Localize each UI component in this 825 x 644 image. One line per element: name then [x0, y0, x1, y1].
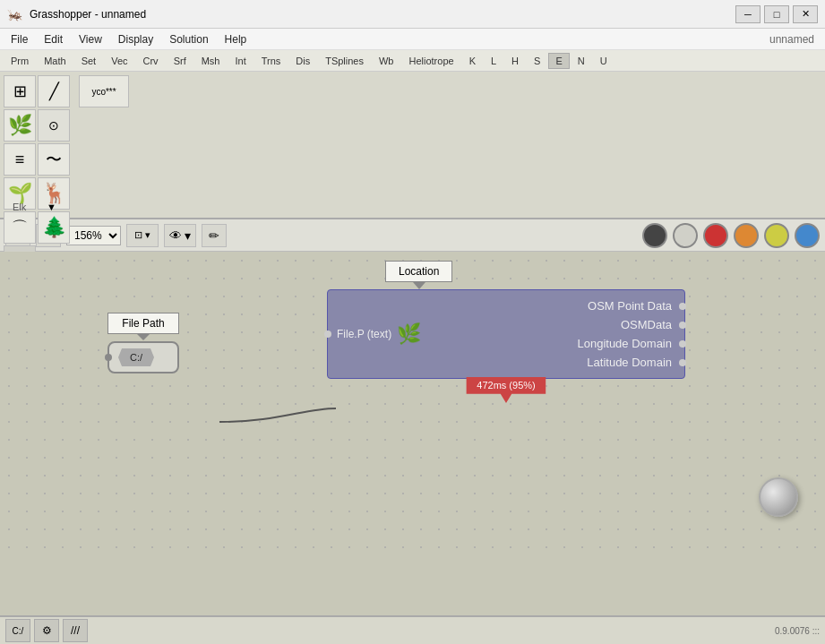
output-row-2: Longitude Domain [498, 337, 674, 350]
sphere-red[interactable] [703, 223, 728, 248]
tab-s[interactable]: S [527, 53, 547, 69]
tab-vec[interactable]: Vec [104, 53, 134, 69]
location-outputs: OSM Point Data OSMData Longitude Domain … [498, 299, 674, 369]
filepath-body[interactable]: C:/ [107, 341, 179, 374]
comp-icon-wave[interactable]: 〜 [38, 143, 70, 176]
comp-icon-curve[interactable]: ⌒ [4, 211, 36, 244]
menu-app-name: unnamed [769, 33, 821, 46]
tab-heliotrope[interactable]: Heliotrope [401, 53, 460, 69]
comp-icon-lines[interactable]: ≡ [4, 143, 36, 176]
comp-icon-hatch[interactable]: ╱ [38, 75, 70, 107]
bottom-icon-gear[interactable]: ⚙ [34, 619, 59, 642]
location-label: Location [385, 261, 452, 282]
close-button[interactable]: ✕ [793, 5, 818, 23]
timer-badge: 472ms (95%) [466, 377, 546, 403]
tab-k[interactable]: K [462, 53, 483, 69]
titlebar-controls: ─ □ ✕ [735, 5, 818, 23]
tab-srf[interactable]: Srf [167, 53, 193, 69]
panel-label-elk: Elk [13, 202, 26, 212]
output-row-0: OSM Point Data [498, 299, 674, 313]
view-button[interactable]: 👁 ▾ [164, 224, 196, 247]
output-connector-3 [679, 359, 686, 366]
output-connector-0 [679, 303, 686, 310]
comp-group-2: yco*** [79, 75, 150, 214]
tab-l[interactable]: L [484, 53, 503, 69]
node-filepath[interactable]: File Path C:/ [107, 313, 179, 374]
output-connector-1 [679, 322, 686, 329]
location-inputs: File.P (text) 🌿 [337, 322, 421, 346]
panel-expand[interactable]: ▼ [47, 202, 56, 212]
bottom-panel: C:/ ⚙ /// 0.9.0076 ::: [0, 615, 825, 644]
comp-icon-tree3[interactable]: 🌲 [38, 211, 70, 244]
menu-edit[interactable]: Edit [37, 31, 70, 47]
tab-tsplines[interactable]: TSplines [318, 53, 371, 69]
app-icon: 🦗 [7, 7, 22, 21]
node-location[interactable]: Location File.P (text) 🌿 OSM Point Data [327, 261, 685, 379]
tab-h[interactable]: H [504, 53, 526, 69]
input-label: File.P (text) [337, 328, 391, 340]
zoom-select[interactable]: 50% 75% 100% 125% 156% 200% [66, 226, 121, 245]
menu-solution[interactable]: Solution [162, 31, 215, 47]
draw-button[interactable]: ✏ [202, 224, 227, 247]
tab-msh[interactable]: Msh [194, 53, 228, 69]
sphere-dark[interactable] [642, 223, 667, 248]
tab-int[interactable]: Int [228, 53, 253, 69]
location-label-container: Location [385, 261, 452, 282]
menubar: File Edit View Display Solution Help unn… [0, 29, 825, 50]
tab-trns[interactable]: Trns [254, 53, 288, 69]
tab-prm[interactable]: Prm [4, 53, 36, 69]
version-label: 0.9.0076 ::: [775, 626, 820, 636]
output-connector-2 [679, 340, 686, 348]
comp-icon-grid[interactable]: ⊞ [4, 75, 36, 107]
tab-u[interactable]: U [593, 53, 614, 69]
titlebar-left: 🦗 Grasshopper - unnamed [7, 7, 146, 21]
tab-math[interactable]: Math [37, 53, 73, 69]
connector-left [105, 354, 112, 361]
sphere-yellow[interactable] [764, 223, 789, 248]
output-label-0: OSM Point Data [498, 299, 672, 313]
menu-file[interactable]: File [4, 31, 35, 47]
bottom-icon-lines[interactable]: /// [63, 619, 88, 642]
toolbar-tabs: Prm Math Set Vec Crv Srf Msh Int Trns Di… [0, 50, 825, 72]
nav-sphere[interactable] [759, 477, 798, 517]
location-body[interactable]: File.P (text) 🌿 OSM Point Data OSMData L… [327, 289, 685, 379]
filepath-label: File Path [107, 313, 179, 334]
tab-wb[interactable]: Wb [372, 53, 401, 69]
comp-icon-tree1[interactable]: 🌿 [4, 109, 36, 142]
sphere-orange[interactable] [734, 223, 759, 248]
maximize-button[interactable]: □ [764, 5, 789, 23]
canvas-area[interactable]: File Path C:/ Location File.P (text) 🌿 [0, 252, 825, 556]
filepath-hex: C:/ [118, 348, 154, 366]
zoom-extents-button[interactable]: ⊡ ▾ [126, 224, 159, 247]
tab-e[interactable]: E [548, 53, 569, 69]
output-label-2: Longitude Domain [498, 337, 672, 350]
bottom-icon-path[interactable]: C:/ [5, 619, 30, 642]
elk-icon: 🌿 [397, 322, 421, 346]
output-row-1: OSMData [498, 318, 674, 331]
window-title: Grasshopper - unnamed [30, 8, 146, 21]
tab-dis[interactable]: Dis [288, 53, 317, 69]
location-input-row: File.P (text) 🌿 [337, 322, 421, 346]
toolbar2: 📄 💾 50% 75% 100% 125% 156% 200% ⊡ ▾ 👁 ▾ … [0, 219, 825, 252]
tab-crv[interactable]: Crv [136, 53, 166, 69]
output-label-3: Latitude Domain [498, 356, 672, 369]
menu-help[interactable]: Help [218, 31, 254, 47]
output-label-1: OSMData [498, 318, 672, 331]
menu-display[interactable]: Display [111, 31, 160, 47]
comp-icon-yco[interactable]: yco*** [79, 75, 129, 107]
location-arrow [413, 282, 425, 289]
comp-icon-circle[interactable]: ⊙ [38, 109, 70, 142]
component-panel: ⊞ ╱ 🌿 ⊙ ≡ 〜 🌱 🦌 ⌒ 🌲 Exc*** yco*** Elk ▼ [0, 72, 825, 219]
sphere-outline[interactable] [673, 223, 698, 248]
menu-view[interactable]: View [72, 31, 109, 47]
input-connector [324, 331, 331, 338]
minimize-button[interactable]: ─ [735, 5, 761, 23]
tab-n[interactable]: N [571, 53, 592, 69]
tab-set[interactable]: Set [74, 53, 104, 69]
output-row-3: Latitude Domain [498, 356, 674, 369]
comp-group-1: ⊞ ╱ 🌿 ⊙ ≡ 〜 🌱 🦌 ⌒ 🌲 Exc*** [4, 75, 75, 214]
titlebar: 🦗 Grasshopper - unnamed ─ □ ✕ [0, 0, 825, 29]
sphere-blue[interactable] [795, 223, 820, 248]
